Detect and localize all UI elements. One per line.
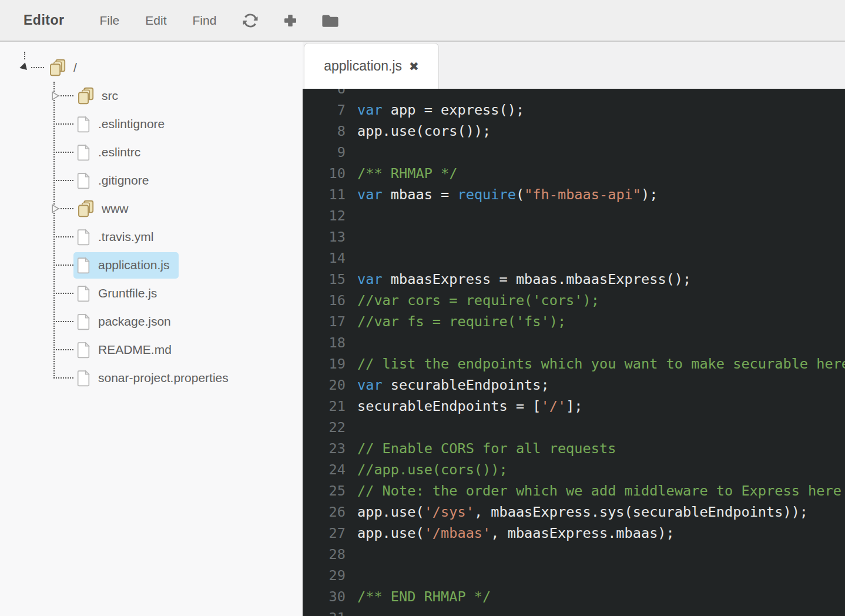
editor-app: Editor File Edit Find /src.eslintignore.… [0,0,845,616]
add-icon[interactable] [281,11,300,30]
code-text: //app.use(cors()); [346,459,508,480]
code-line-11[interactable]: 11var mbaas = require("fh-mbaas-api"); [303,184,845,205]
line-number: 29 [303,565,346,586]
code-line-23[interactable]: 23// Enable CORS for all requests [303,438,845,459]
line-number: 7 [303,99,346,120]
code-line-21[interactable]: 21securableEndpoints = ['/']; [303,396,845,417]
tab-application-js[interactable]: application.js ✖ [304,43,439,89]
tree-connector [31,67,44,68]
tree-connector [53,377,73,379]
folder-icon [76,200,95,217]
code-text: var securableEndpoints; [346,374,549,396]
code-text [346,226,357,247]
code-text [346,607,357,616]
tree-item-src[interactable]: src [50,82,303,110]
tree-connector [53,123,73,125]
code-line-15[interactable]: 15var mbaasExpress = mbaas.mbaasExpress(… [303,269,845,290]
tree-connector [53,293,73,294]
line-number: 14 [303,247,346,269]
code-line-10[interactable]: 10/** RHMAP */ [303,163,845,184]
line-number: 26 [303,501,346,523]
code-line-16[interactable]: 16//var cors = require('cors'); [303,290,845,311]
tree-item-travis-yml[interactable]: .travis.yml [50,223,303,251]
code-line-25[interactable]: 25// Note: the order which we add middle… [303,480,845,501]
line-number: 8 [303,120,346,142]
tree-item-readme-md[interactable]: README.md [50,336,303,364]
line-number: 19 [303,353,346,374]
expander-open-icon[interactable] [19,62,30,73]
code-text: // Enable CORS for all requests [346,438,616,459]
tree-connector [53,321,73,322]
folder-icon[interactable] [321,11,340,30]
menu-find[interactable]: Find [192,14,216,28]
code-line-14[interactable]: 14 [303,247,845,269]
line-number: 17 [303,311,346,332]
code-line-27[interactable]: 27app.use('/mbaas', mbaasExpress.mbaas); [303,523,845,544]
code-line-13[interactable]: 13 [303,226,845,247]
tree-connector [53,236,73,237]
code-line-22[interactable]: 22 [303,417,845,438]
code-line-18[interactable]: 18 [303,332,845,353]
code-line-26[interactable]: 26app.use('/sys', mbaasExpress.sys(secur… [303,501,845,523]
line-number: 30 [303,586,346,607]
tree-item-eslintignore[interactable]: .eslintignore [50,110,303,138]
code-line-28[interactable]: 28 [303,544,845,565]
code-line-31[interactable]: 31 [303,607,845,616]
expander-collapsed-icon[interactable] [51,203,61,214]
tree-item-label: .eslintignore [98,117,165,131]
line-number: 13 [303,226,346,247]
code-line-8[interactable]: 8app.use(cors()); [303,120,845,142]
tree-item-gruntfile-js[interactable]: Gruntfile.js [50,279,303,307]
tree-item-eslintrc[interactable]: .eslintrc [50,138,303,166]
tree-item-label: / [73,61,77,75]
file-icon [76,342,91,359]
tree-connector [53,265,73,266]
code-line-6[interactable]: 6 [303,89,845,99]
expander-collapsed-icon[interactable] [51,91,61,101]
refresh-icon[interactable] [241,11,260,30]
tree-item-www[interactable]: www [50,195,303,223]
line-number: 27 [303,523,346,544]
line-number: 10 [303,163,346,184]
code-line-12[interactable]: 12 [303,205,845,226]
code-text: // Note: the order which we add middlewa… [346,480,841,501]
menu-edit[interactable]: Edit [145,14,166,28]
line-number: 25 [303,480,346,501]
code-text [346,544,357,565]
tree-item-gitignore[interactable]: .gitignore [50,166,303,195]
file-icon [76,172,91,189]
code-line-9[interactable]: 9 [303,142,845,163]
code-line-24[interactable]: 24//app.use(cors()); [303,459,845,480]
tree-item-root[interactable]: / [19,53,303,82]
code-area: 67var app = express();8app.use(cors());9… [303,89,845,616]
code-text [346,142,357,163]
close-icon[interactable]: ✖ [409,59,419,73]
code-text [346,332,357,353]
line-number: 24 [303,459,346,480]
code-line-29[interactable]: 29 [303,565,845,586]
code-line-7[interactable]: 7var app = express(); [303,99,845,120]
tree-item-label: www [102,202,129,216]
code-line-19[interactable]: 19// list the endpoints which you want t… [303,353,845,374]
code-text: app.use('/mbaas', mbaasExpress.mbaas); [346,523,675,544]
tree-item-label: Gruntfile.js [98,286,157,300]
tree-item-label: package.json [98,314,171,329]
tab-strip: application.js ✖ [303,42,845,89]
tree-item-package-json[interactable]: package.json [50,307,303,336]
file-icon [76,229,91,246]
code-line-17[interactable]: 17//var fs = require('fs'); [303,311,845,332]
code-line-30[interactable]: 30/** END RHMAP */ [303,586,845,607]
tree-item-sonar-project-properties[interactable]: sonar-project.properties [50,364,303,392]
menu-file[interactable]: File [99,14,119,28]
tree-connector [53,152,73,153]
line-number: 15 [303,269,346,290]
code-line-20[interactable]: 20var securableEndpoints; [303,374,845,396]
code-text [346,89,357,99]
tree-item-application-js[interactable]: application.js [50,251,303,279]
line-number: 18 [303,332,346,353]
toolbar: Editor File Edit Find [0,0,845,42]
tree-item-label: src [102,89,118,103]
code-editor[interactable]: 67var app = express();8app.use(cors());9… [303,89,845,616]
line-number: 12 [303,205,346,226]
file-tree: /src.eslintignore.eslintrc.gitignorewww.… [0,42,303,392]
